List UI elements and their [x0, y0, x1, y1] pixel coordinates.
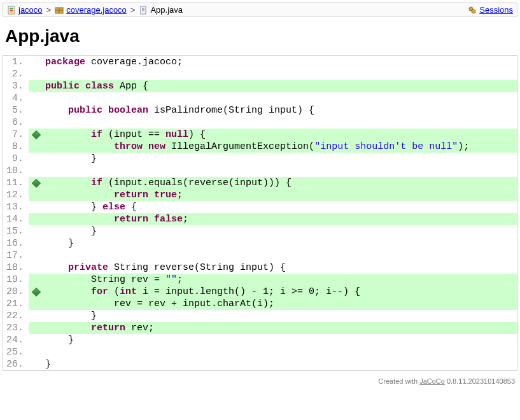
code-line: 19. String rev = ""; — [3, 274, 517, 286]
breadcrumb-root[interactable]: jacoco — [18, 5, 43, 15]
coverage-gutter — [29, 68, 44, 80]
breadcrumb-bar: jacoco > coverage.jacoco > App.java Sess… — [3, 3, 517, 17]
code-content: } — [44, 334, 517, 346]
coverage-gutter — [29, 286, 44, 298]
code-content: } — [44, 153, 517, 165]
line-number: 25. — [3, 346, 29, 358]
line-number: 10. — [3, 165, 29, 177]
coverage-gutter — [29, 237, 44, 249]
code-line: 18. private String reverse(String input)… — [3, 262, 517, 274]
line-number: 3. — [3, 80, 29, 92]
code-line: 1.package coverage.jacoco; — [3, 56, 517, 68]
line-number: 6. — [3, 116, 29, 129]
line-number: 11. — [3, 177, 29, 189]
footer-suffix: 0.8.11.202310140853 — [445, 377, 515, 385]
line-number: 4. — [3, 92, 29, 104]
code-line: 15. } — [3, 225, 517, 237]
code-line: 7. if (input == null) { — [3, 129, 517, 141]
footer-jacoco-link[interactable]: JaCoCo — [419, 377, 445, 385]
svg-rect-2 — [10, 10, 13, 11]
code-content: } — [44, 225, 517, 237]
code-content — [44, 68, 517, 80]
code-content: throw new IllegalArgumentException("inpu… — [44, 141, 517, 153]
code-content: } — [44, 310, 517, 322]
code-line: 22. } — [3, 310, 517, 322]
footer: Created with JaCoCo 0.8.11.202310140853 — [3, 377, 517, 385]
svg-rect-3 — [10, 11, 13, 13]
coverage-gutter — [29, 310, 44, 322]
code-content: return rev; — [44, 322, 517, 334]
coverage-gutter — [29, 129, 44, 141]
code-content: for (int i = input.length() - 1; i >= 0;… — [44, 286, 517, 298]
sessions-icon — [468, 6, 477, 15]
code-line: 20. for (int i = input.length() - 1; i >… — [3, 286, 517, 298]
code-content: package coverage.jacoco; — [44, 56, 517, 68]
source-code-block: 1.package coverage.jacoco;2. 3.public cl… — [3, 55, 517, 371]
code-content: return false; — [44, 213, 517, 225]
line-number: 14. — [3, 213, 29, 225]
line-number: 7. — [3, 129, 29, 141]
line-number: 21. — [3, 298, 29, 310]
code-content — [44, 165, 517, 177]
code-line: 16. } — [3, 237, 517, 249]
code-content — [44, 346, 517, 358]
code-line: 2. — [3, 68, 517, 80]
coverage-gutter — [29, 141, 44, 153]
coverage-gutter — [29, 92, 44, 104]
breadcrumb-package[interactable]: coverage.jacoco — [66, 5, 127, 15]
code-line: 25. — [3, 346, 517, 358]
code-content: } — [44, 358, 517, 370]
footer-prefix: Created with — [378, 377, 419, 385]
code-line: 4. — [3, 92, 517, 104]
code-line: 21. rev = rev + input.charAt(i); — [3, 298, 517, 310]
code-content: rev = rev + input.charAt(i); — [44, 298, 517, 310]
line-number: 16. — [3, 237, 29, 249]
line-number: 8. — [3, 141, 29, 153]
line-number: 2. — [3, 68, 29, 80]
svg-rect-1 — [10, 8, 13, 9]
svg-point-12 — [472, 10, 475, 13]
line-number: 1. — [3, 56, 29, 68]
code-content — [44, 92, 517, 104]
branch-diamond-icon — [32, 178, 41, 187]
line-number: 26. — [3, 358, 29, 370]
line-number: 20. — [3, 286, 29, 298]
coverage-gutter — [29, 189, 44, 201]
coverage-gutter — [29, 358, 44, 370]
code-line: 24. } — [3, 334, 517, 346]
line-number: 12. — [3, 189, 29, 201]
sessions-link[interactable]: Sessions — [479, 5, 513, 15]
coverage-gutter — [29, 225, 44, 237]
coverage-gutter — [29, 177, 44, 189]
code-content: public boolean isPalindrome(String input… — [44, 104, 517, 116]
coverage-gutter — [29, 165, 44, 177]
code-line: 6. — [3, 116, 517, 129]
code-content: } — [44, 237, 517, 249]
line-number: 22. — [3, 310, 29, 322]
line-number: 9. — [3, 153, 29, 165]
code-line: 13. } else { — [3, 201, 517, 213]
coverage-gutter — [29, 213, 44, 225]
branch-diamond-icon — [32, 287, 41, 296]
code-line: 11. if (input.equals(reverse(input))) { — [3, 177, 517, 189]
code-content: private String reverse(String input) { — [44, 262, 517, 274]
coverage-gutter — [29, 249, 44, 262]
branch-diamond-icon — [32, 130, 41, 139]
code-content: return true; — [44, 189, 517, 201]
code-line: 8. throw new IllegalArgumentException("i… — [3, 141, 517, 153]
line-number: 15. — [3, 225, 29, 237]
report-icon — [7, 6, 16, 15]
file-icon — [139, 6, 148, 15]
code-content — [44, 249, 517, 262]
breadcrumb-right: Sessions — [468, 5, 513, 15]
code-line: 17. — [3, 249, 517, 262]
code-content: String rev = ""; — [44, 274, 517, 286]
coverage-gutter — [29, 116, 44, 129]
line-number: 13. — [3, 201, 29, 213]
page-title: App.java — [5, 26, 517, 46]
code-content — [44, 116, 517, 129]
coverage-gutter — [29, 56, 44, 68]
code-line: 10. — [3, 165, 517, 177]
breadcrumb-separator: > — [129, 5, 137, 15]
coverage-gutter — [29, 153, 44, 165]
